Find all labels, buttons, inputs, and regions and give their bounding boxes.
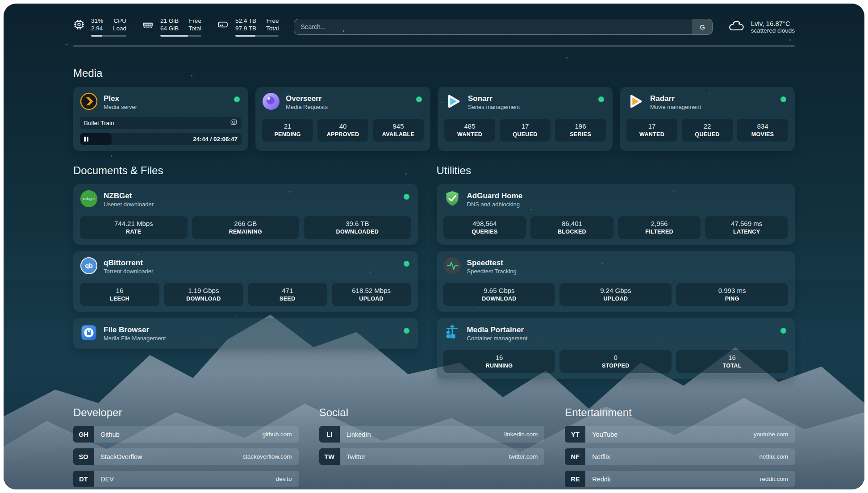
disk-total-value: 97.9 TB [235,25,256,32]
app-desc: Speedtest Tracking [467,268,517,275]
status-dot [416,96,422,102]
ram-icon [142,19,154,32]
app-name: AdGuard Home [467,192,523,200]
stat-tile: 0.993 msPING [676,283,788,306]
link-url: youtube.com [754,426,795,443]
app-desc: DNS and adblocking [467,201,523,208]
section-title-utilities: Utilities [437,164,795,177]
nzbget-icon: nzbget [80,190,98,209]
app-card-plex[interactable]: Plex Media server Bullet Train [73,87,248,151]
link-url: dev.to [276,471,299,487]
cpu-load-value: 2.94 [91,25,103,32]
radarr-icon [626,92,644,112]
pause-button[interactable] [84,137,88,142]
app-card-portainer[interactable]: Media Portainer Container management 16R… [437,318,795,379]
dashboard: 31% 2.94 CPU Load [4,4,864,489]
svg-text:nzbget: nzbget [83,196,95,201]
app-card-sonarr[interactable]: Sonarr Series management 485WANTED 17QUE… [438,87,613,151]
link-name: Twitter [340,448,366,465]
app-card-radarr[interactable]: Radarr Movie management 17WANTED 22QUEUE… [620,87,795,151]
link-abbr: DT [73,471,94,487]
status-dot [780,328,786,334]
stat-tile: 744.21 MbpsRATE [80,216,188,239]
stat-tile: 498,564QUERIES [443,216,526,239]
disk-stat: 52.4 TB 97.9 TB Free Total [217,17,279,37]
stat-tile: 485WANTED [444,119,495,142]
app-card-adguard[interactable]: AdGuard Home DNS and adblocking 498,564Q… [437,184,795,245]
section-title-media: Media [73,67,795,79]
app-desc: Media server [104,104,137,110]
stat-tile: 1.19 GbpsDOWNLOAD [164,283,243,306]
app-card-qbittorrent[interactable]: qb qBittorrent Torrent downloader [73,251,418,312]
link-twitter[interactable]: TW Twitter twitter.com [319,448,545,465]
stat-tile: 0STOPPED [559,350,672,373]
stat-tile: 9.24 GbpsUPLOAD [559,283,672,306]
ram-free-value: 21 GiB [160,17,179,25]
cloud-icon [728,19,746,35]
app-name: Speedtest [467,259,517,267]
link-dev[interactable]: DT DEV dev.to [73,471,299,487]
link-abbr: SO [73,448,94,465]
app-name: Plex [104,94,137,103]
app-name: qBittorrent [104,259,153,267]
cpu-icon [73,19,85,32]
status-dot [234,96,240,102]
stat-tile: 17QUEUED [500,119,551,142]
stat-tile: 40APPROVED [317,119,368,142]
status-dot [404,328,409,334]
stat-tile: 196SERIES [555,119,606,142]
ram-stat: 21 GiB 64 GiB Free Total [142,17,201,37]
cpu-percent: 31% [91,17,103,25]
link-youtube[interactable]: YT YouTube youtube.com [565,426,795,443]
ram-free-label: Free [188,17,201,25]
app-card-filebrowser[interactable]: File Browser Media File Management [73,318,418,349]
link-abbr: YT [565,426,585,443]
link-reddit[interactable]: RE Reddit reddit.com [565,471,795,487]
section-title-entertainment: Entertainment [565,406,795,419]
app-desc: Usenet downloader [104,201,154,208]
link-stackoverflow[interactable]: SO StackOverflow stackoverflow.com [73,448,299,465]
search-bar: G [294,19,712,35]
qbittorrent-icon: qb [80,257,98,276]
cpu-progress-bar [91,35,126,37]
link-github[interactable]: GH Github github.com [73,426,299,443]
app-card-speedtest[interactable]: Speedtest Speedtest Tracking 9.65 GbpsDO… [437,251,795,312]
section-title-developer: Developer [73,406,299,419]
stat-tile: 2,956FILTERED [618,216,701,239]
disk-total-label: Total [266,25,279,32]
weather-widget[interactable]: Lviv, 16.87°C scattered clouds [728,19,795,35]
cpu-label: CPU [113,17,126,25]
search-engine-button[interactable]: G [693,19,712,34]
now-playing-row: Bullet Train [80,117,242,129]
header-separator [73,46,795,46]
app-name: File Browser [104,326,166,334]
link-linkedin[interactable]: LI LinkedIn linkedin.com [319,426,545,443]
link-abbr: GH [73,426,94,443]
search-input[interactable] [294,19,692,34]
app-desc: Series management [468,104,520,110]
link-name: LinkedIn [340,426,371,443]
link-name: StackOverflow [94,448,142,465]
stat-tile: 266 GBREMAINING [192,216,300,239]
app-card-overseerr[interactable]: Overseerr Media Requests 21PENDING 40APP… [255,87,430,151]
app-card-nzbget[interactable]: nzbget NZBGet Usenet downloader 74 [73,184,418,245]
status-dot [404,194,409,200]
stat-tile: 86,401BLOCKED [530,216,613,239]
status-dot [404,261,409,267]
stat-tile: 618.52 MbpsUPLOAD [332,283,411,306]
filebrowser-icon [80,324,98,343]
link-url: reddit.com [760,471,795,487]
speedtest-pulse-icon [443,257,461,276]
weather-location-temp: Lviv, 16.87°C [751,20,795,27]
link-url: stackoverflow.com [242,448,298,465]
playback-progress-row[interactable]: 24:44 / 02:06:47 [80,133,242,145]
app-name: Sonarr [468,94,520,103]
link-netflix[interactable]: NF Netflix netflix.com [565,448,795,465]
top-bar: 31% 2.94 CPU Load [73,4,795,37]
ram-total-label: Total [188,25,201,32]
app-name: Radarr [650,94,701,103]
cpu-stat: 31% 2.94 CPU Load [73,17,126,37]
disk-icon [217,19,229,32]
camera-icon[interactable] [230,118,238,128]
link-name: Netflix [585,448,610,465]
